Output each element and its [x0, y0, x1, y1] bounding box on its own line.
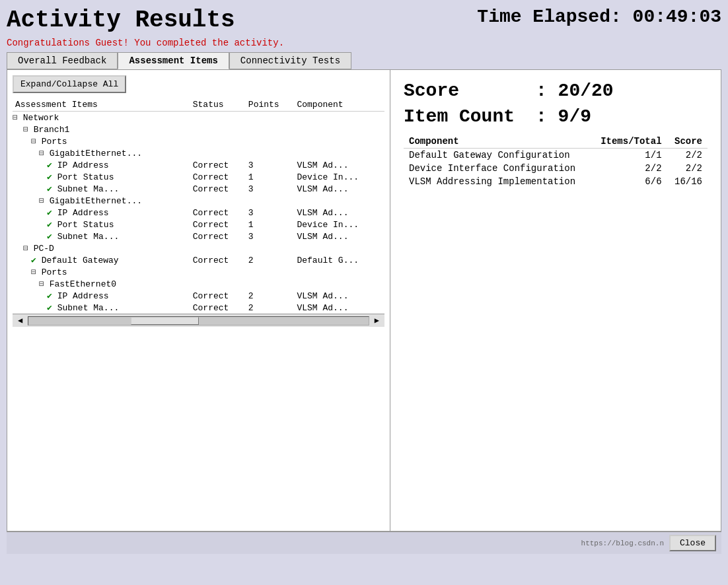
- tree-label-cell: ⊟ Ports: [13, 135, 190, 147]
- table-row: ⊟ Ports: [13, 135, 384, 147]
- comp-col-component: Component: [404, 135, 591, 149]
- tree-label-cell: ⊟ Network: [13, 112, 190, 124]
- tab-assessment-items[interactable]: Assessment Items: [118, 52, 229, 69]
- col-points: Points: [246, 98, 295, 112]
- right-panel: Score : 20/20 Item Count : 9/9 Component…: [390, 70, 721, 531]
- check-icon: ✔: [47, 232, 52, 242]
- component-table: Component Items/Total Score Default Gate…: [404, 135, 708, 188]
- url-label: https://blog.csdn.n: [581, 539, 664, 547]
- comp-cell-score: 16/16: [667, 175, 708, 188]
- tree-label-cell: ⊟ GigabitEthernet...: [13, 195, 190, 207]
- table-row: ✔ Port StatusCorrect1Device In...: [13, 171, 384, 183]
- col-component: Component: [294, 98, 384, 112]
- points-cell: [246, 147, 295, 159]
- points-cell: 1: [246, 219, 295, 230]
- component-cell: [294, 195, 384, 207]
- status-cell: Correct: [190, 254, 246, 266]
- tab-connectivity-tests[interactable]: Connectivity Tests: [229, 52, 351, 69]
- tree-expand-icon[interactable]: ⊟: [31, 137, 36, 147]
- points-cell: 3: [246, 207, 295, 219]
- points-cell: 3: [246, 159, 295, 171]
- item-count-value: : 9/9: [536, 106, 591, 127]
- component-cell: Device In...: [294, 171, 384, 183]
- table-row: ✔ IP AddressCorrect3VLSM Ad...: [13, 159, 384, 171]
- left-panel: Expand/Collapse All Assessment Items Sta…: [7, 70, 390, 531]
- scroll-right-arrow[interactable]: ▶: [372, 316, 382, 326]
- close-button[interactable]: Close: [669, 535, 716, 551]
- content-area: Expand/Collapse All Assessment Items Sta…: [7, 69, 721, 532]
- points-cell: [246, 278, 295, 290]
- scroll-thumb[interactable]: [131, 317, 199, 325]
- tree-expand-icon[interactable]: ⊟: [39, 149, 44, 158]
- status-cell: [190, 147, 246, 159]
- item-count-row: Item Count : 9/9: [404, 106, 708, 127]
- status-cell: Correct: [190, 171, 246, 183]
- component-cell: VLSM Ad...: [294, 230, 384, 242]
- table-row: ✔ Port StatusCorrect1Device In...: [13, 219, 384, 230]
- status-cell: Correct: [190, 302, 246, 314]
- status-cell: Correct: [190, 230, 246, 242]
- tree-label-cell: ✔ IP Address: [13, 207, 190, 219]
- assessment-tree-table: Assessment Items Status Points Component…: [13, 98, 384, 314]
- bottom-bar: https://blog.csdn.n Close: [7, 532, 721, 554]
- status-cell: Correct: [190, 207, 246, 219]
- tree-expand-icon[interactable]: ⊟: [39, 279, 44, 289]
- tree-label-cell: ⊟ GigabitEthernet...: [13, 147, 190, 159]
- check-icon: ✔: [47, 220, 52, 230]
- component-cell: [294, 242, 384, 254]
- comp-cell-items: 6/6: [591, 175, 667, 188]
- item-count-label: Item Count: [404, 106, 536, 127]
- tree-expand-icon[interactable]: ⊟: [23, 244, 28, 254]
- table-row: ⊟ Network: [13, 112, 384, 124]
- component-cell: Default G...: [294, 254, 384, 266]
- expand-collapse-button[interactable]: Expand/Collapse All: [13, 75, 126, 93]
- page-title: Activity Results: [7, 7, 235, 34]
- tree-label-cell: ✔ Port Status: [13, 219, 190, 230]
- points-cell: [246, 135, 295, 147]
- score-row: Score : 20/20: [404, 81, 708, 101]
- table-row: ✔ Default GatewayCorrect2Default G...: [13, 254, 384, 266]
- scroll-left-arrow[interactable]: ◀: [15, 316, 25, 326]
- tree-label-cell: ⊟ Ports: [13, 266, 190, 278]
- congrats-message: Congratulations Guest! You completed the…: [7, 38, 721, 48]
- tree-label-cell: ✔ Port Status: [13, 171, 190, 183]
- tree-label-cell: ⊟ PC-D: [13, 242, 190, 254]
- tree-label-cell: ⊟ Branch1: [13, 123, 190, 135]
- status-cell: [190, 123, 246, 135]
- tree-expand-icon[interactable]: ⊟: [13, 113, 18, 123]
- tree-label-cell: ✔ Subnet Ma...: [13, 302, 190, 314]
- table-row: ⊟ FastEthernet0: [13, 278, 384, 290]
- tab-overall-feedback[interactable]: Overall Feedback: [7, 52, 118, 69]
- scroll-track[interactable]: [28, 316, 369, 326]
- table-row: ✔ Subnet Ma...Correct3VLSM Ad...: [13, 183, 384, 195]
- comp-cell-component: Device Interface Configuration: [404, 162, 591, 175]
- score-label: Score: [404, 81, 536, 101]
- component-cell: [294, 123, 384, 135]
- component-row: Device Interface Configuration2/22/2: [404, 162, 708, 175]
- status-cell: [190, 278, 246, 290]
- tree-label-cell: ⊟ FastEthernet0: [13, 278, 190, 290]
- tree-expand-icon[interactable]: ⊟: [39, 196, 44, 206]
- comp-cell-component: Default Gateway Configuration: [404, 149, 591, 162]
- table-row: ⊟ GigabitEthernet...: [13, 195, 384, 207]
- tree-label-cell: ✔ IP Address: [13, 290, 190, 302]
- horizontal-scrollbar[interactable]: ◀ ▶: [13, 314, 384, 327]
- tree-expand-icon[interactable]: ⊟: [23, 125, 28, 135]
- tabs-bar: Overall Feedback Assessment Items Connec…: [7, 52, 721, 69]
- status-cell: Correct: [190, 159, 246, 171]
- table-row: ⊟ Ports: [13, 266, 384, 278]
- table-row: ✔ Subnet Ma...Correct2VLSM Ad...: [13, 302, 384, 314]
- points-cell: [246, 112, 295, 124]
- check-icon: ✔: [47, 303, 52, 313]
- component-row: Default Gateway Configuration1/12/2: [404, 149, 708, 162]
- check-icon: ✔: [31, 256, 36, 265]
- tree-expand-icon[interactable]: ⊟: [31, 267, 36, 277]
- time-elapsed: Time Elapsed: 00:49:03: [477, 7, 721, 27]
- table-row: ⊟ Branch1: [13, 123, 384, 135]
- table-row: ⊟ PC-D: [13, 242, 384, 254]
- status-cell: [190, 135, 246, 147]
- component-cell: VLSM Ad...: [294, 207, 384, 219]
- table-row: ✔ IP AddressCorrect2VLSM Ad...: [13, 290, 384, 302]
- comp-col-score: Score: [667, 135, 708, 149]
- table-row: ✔ IP AddressCorrect3VLSM Ad...: [13, 207, 384, 219]
